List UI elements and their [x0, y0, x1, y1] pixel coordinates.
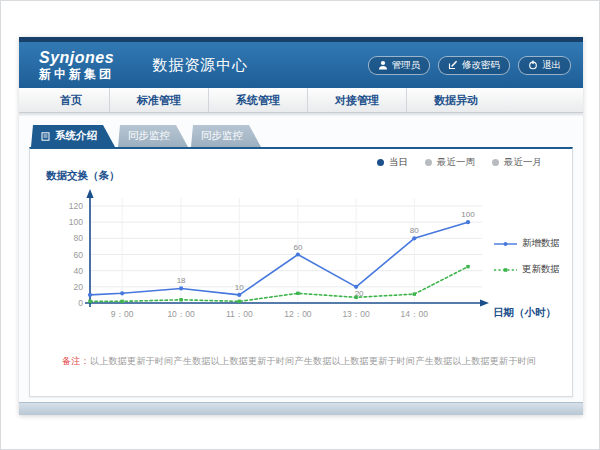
- data-point: [466, 220, 470, 224]
- tab-label: 系统介绍: [55, 129, 97, 143]
- nav-item-5[interactable]: 数据异动: [407, 88, 505, 112]
- radio-dot-icon: [377, 159, 384, 166]
- y-tick-label: 100: [69, 217, 83, 227]
- y-tick-label: 120: [69, 201, 83, 211]
- y-tick-label: 60: [74, 250, 84, 260]
- point-value-label: 60: [293, 243, 302, 252]
- period-option-1[interactable]: 当日: [377, 156, 408, 169]
- legend-swatch-icon: [494, 239, 517, 249]
- power-icon: [528, 60, 538, 70]
- nav-item-1[interactable]: 首页: [33, 88, 110, 112]
- data-point: [88, 293, 92, 297]
- x-tick-label: 11：00: [226, 309, 253, 319]
- header-actions: 管理员 修改密码 退出: [368, 56, 572, 75]
- screen: Synjones 新中新集团 数据资源中心 管理员 修改密: [0, 0, 600, 450]
- footnote-prefix: 备注：: [62, 356, 90, 366]
- change-password-button[interactable]: 修改密码: [438, 56, 510, 75]
- footnote: 备注：以上数据更新于时间产生数据以上数据更新于时间产生数据以上数据更新于时间产生…: [62, 355, 536, 368]
- line-chart: 0204060801001209：0010：0011：0012：0013：001…: [44, 181, 504, 331]
- period-label: 最近一月: [504, 156, 542, 169]
- data-point: [88, 300, 91, 303]
- radio-dot-icon: [425, 159, 432, 166]
- data-point: [179, 298, 182, 301]
- chart-legend: 新增数据更新数据: [494, 237, 560, 289]
- page-title: 数据资源中心: [152, 56, 248, 75]
- footer-bar: [19, 402, 583, 415]
- period-option-2[interactable]: 最近一周: [425, 156, 475, 169]
- chart-svg: 0204060801001209：0010：0011：0012：0013：001…: [44, 181, 504, 331]
- tab-2[interactable]: 同步监控: [118, 125, 188, 147]
- change-password-label: 修改密码: [462, 59, 500, 72]
- main-nav: 首页标准管理系统管理对接管理数据异动: [19, 88, 583, 113]
- legend-swatch-icon: [494, 265, 517, 275]
- logout-button[interactable]: 退出: [518, 56, 571, 75]
- period-option-3[interactable]: 最近一月: [492, 156, 542, 169]
- x-tick-label: 12：00: [284, 309, 312, 319]
- data-point: [466, 265, 469, 268]
- data-point: [238, 300, 241, 303]
- period-filter-group: 当日最近一周最近一月: [377, 156, 542, 169]
- data-point: [296, 292, 299, 295]
- edit-icon: [448, 60, 458, 70]
- point-value-label: 80: [410, 226, 419, 235]
- legend-label: 更新数据: [522, 263, 560, 276]
- data-point: [296, 252, 300, 256]
- header: Synjones 新中新集团 数据资源中心 管理员 修改密: [19, 42, 583, 88]
- footnote-text: 以上数据更新于时间产生数据以上数据更新于时间产生数据以上数据更新于时间产生数据以…: [90, 356, 536, 366]
- brand-logo-en: Synjones: [39, 50, 114, 66]
- nav-item-3[interactable]: 系统管理: [209, 88, 308, 112]
- point-value-label: 100: [461, 210, 475, 219]
- tab-label: 同步监控: [128, 129, 170, 143]
- y-tick-label: 20: [74, 282, 84, 292]
- tab-3[interactable]: 同步监控: [191, 125, 261, 147]
- period-label: 最近一周: [437, 156, 475, 169]
- data-point: [354, 296, 357, 299]
- tab-1[interactable]: 系统介绍: [31, 125, 115, 147]
- data-point: [179, 286, 183, 290]
- x-tick-label: 13：00: [342, 309, 370, 319]
- legend-item-2[interactable]: 更新数据: [494, 263, 560, 276]
- y-tick-label: 80: [74, 233, 84, 243]
- document-icon: [41, 132, 50, 141]
- y-tick-label: 40: [74, 266, 84, 276]
- user-icon: [378, 60, 388, 70]
- point-value-label: 18: [177, 276, 186, 285]
- nav-item-4[interactable]: 对接管理: [308, 88, 407, 112]
- tab-label: 同步监控: [201, 129, 243, 143]
- tab-bar: 系统介绍同步监控同步监控: [31, 125, 264, 147]
- series-line-更新数据: [90, 267, 468, 302]
- legend-item-1[interactable]: 新增数据: [494, 237, 560, 250]
- x-tick-label: 9：00: [111, 309, 134, 319]
- x-axis-title: 日期（小时）: [493, 306, 556, 320]
- radio-dot-icon: [492, 159, 499, 166]
- data-point: [412, 236, 416, 240]
- y-tick-label: 0: [78, 298, 83, 308]
- x-tick-label: 14：00: [401, 309, 429, 319]
- period-label: 当日: [389, 156, 408, 169]
- brand-logo: Synjones 新中新集团: [39, 50, 114, 80]
- data-point: [413, 292, 416, 295]
- logout-label: 退出: [542, 59, 561, 72]
- legend-label: 新增数据: [522, 237, 560, 250]
- app-window: Synjones 新中新集团 数据资源中心 管理员 修改密: [19, 37, 583, 415]
- point-value-label: 10: [235, 283, 244, 292]
- user-button[interactable]: 管理员: [368, 56, 431, 75]
- nav-shadow: [19, 113, 583, 116]
- nav-item-2[interactable]: 标准管理: [110, 88, 209, 112]
- data-point: [120, 300, 123, 303]
- data-point: [120, 291, 124, 295]
- data-point: [237, 293, 241, 297]
- brand-logo-cn: 新中新集团: [39, 68, 114, 80]
- x-tick-label: 10：00: [167, 309, 195, 319]
- content-panel: 当日最近一周最近一月 数据交换（条） 0204060801001209：0010…: [29, 147, 573, 397]
- user-button-label: 管理员: [392, 59, 421, 72]
